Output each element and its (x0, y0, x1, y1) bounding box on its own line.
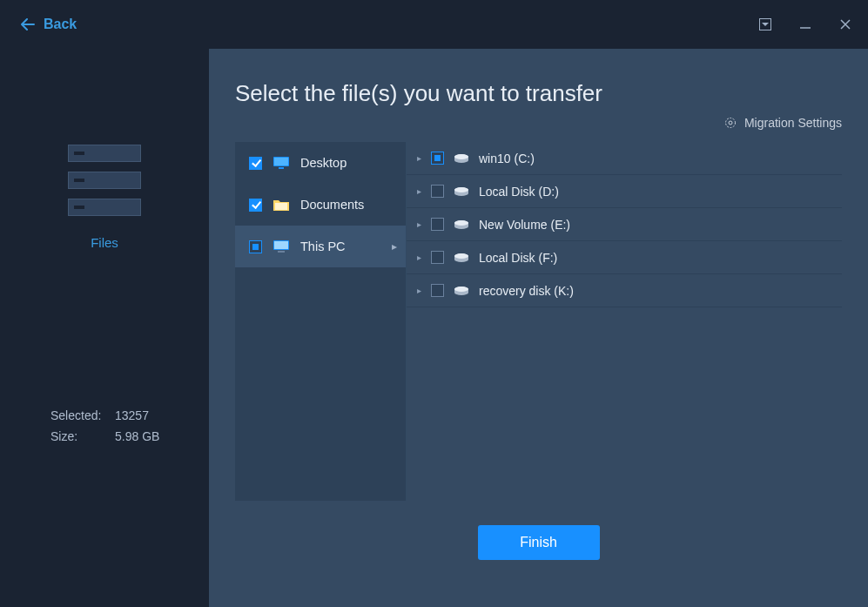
category-row-this-pc[interactable]: This PC▸ (235, 226, 406, 267)
categories-panel: DesktopDocumentsThis PC▸ (235, 142, 407, 501)
back-arrow-icon (21, 18, 35, 30)
expand-icon[interactable]: ▸ (415, 186, 422, 196)
drive-row[interactable]: ▸New Volume (E:) (407, 208, 842, 241)
category-row-desktop[interactable]: Desktop (235, 142, 406, 184)
expand-icon[interactable]: ▸ (415, 253, 422, 262)
checkbox[interactable] (431, 251, 444, 264)
chevron-right-icon: ▸ (392, 240, 397, 253)
svg-rect-9 (274, 241, 288, 249)
disk-icon (453, 185, 470, 199)
titlebar: Back (0, 0, 868, 49)
pc-icon (273, 239, 290, 253)
page-title: Select the file(s) you want to transfer (235, 80, 842, 107)
gear-icon (723, 116, 737, 130)
sidebar-label: Files (91, 235, 118, 250)
size-label: Size: (50, 429, 106, 443)
close-button[interactable] (833, 12, 858, 37)
minimize-button[interactable] (793, 12, 818, 37)
desktop-icon (273, 156, 290, 170)
selected-value: 13257 (115, 408, 149, 422)
migration-settings-button[interactable]: Migration Settings (235, 116, 842, 130)
files-icon (68, 145, 141, 216)
finish-button[interactable]: Finish (478, 525, 600, 560)
expand-icon[interactable]: ▸ (415, 286, 422, 295)
expand-icon[interactable]: ▸ (415, 153, 422, 163)
finish-label: Finish (520, 535, 557, 550)
panels: DesktopDocumentsThis PC▸ ▸win10 (C:)▸Loc… (235, 142, 842, 501)
checkbox[interactable] (249, 240, 262, 253)
back-button[interactable]: Back (21, 17, 77, 32)
disk-icon (453, 218, 470, 232)
svg-rect-10 (278, 251, 285, 253)
dropdown-button[interactable] (753, 12, 777, 37)
svg-rect-6 (279, 167, 284, 169)
checkbox[interactable] (249, 157, 262, 170)
stats: Selected: 13257 Size: 5.98 GB (0, 408, 209, 450)
migration-settings-label: Migration Settings (744, 116, 842, 130)
svg-point-16 (454, 220, 468, 226)
drive-row[interactable]: ▸recovery disk (K:) (407, 274, 842, 307)
folder-icon (273, 198, 290, 212)
svg-rect-7 (275, 203, 287, 210)
svg-point-12 (454, 154, 468, 159)
drive-row[interactable]: ▸win10 (C:) (407, 142, 842, 175)
footer: Finish (235, 525, 842, 560)
expand-icon[interactable]: ▸ (415, 219, 422, 229)
drive-row[interactable]: ▸Local Disk (F:) (407, 241, 842, 274)
checkbox[interactable] (431, 284, 444, 297)
svg-point-20 (454, 287, 468, 292)
main: Files Selected: 13257 Size: 5.98 GB Sele… (0, 49, 868, 607)
sidebar: Files Selected: 13257 Size: 5.98 GB (0, 49, 209, 607)
selected-label: Selected: (50, 408, 106, 422)
svg-point-2 (725, 118, 735, 128)
disk-icon (453, 284, 470, 298)
back-label: Back (44, 17, 77, 32)
drive-label: New Volume (E:) (479, 218, 570, 232)
svg-point-14 (454, 187, 468, 192)
checkbox[interactable] (431, 218, 444, 231)
drive-row[interactable]: ▸Local Disk (D:) (407, 175, 842, 208)
disk-icon (453, 251, 470, 265)
drive-label: Local Disk (D:) (479, 185, 559, 199)
disk-icon (453, 152, 470, 165)
category-label: Desktop (300, 156, 347, 170)
content: Select the file(s) you want to transfer … (209, 49, 868, 607)
size-value: 5.98 GB (115, 429, 159, 443)
svg-point-18 (454, 253, 468, 259)
drive-label: recovery disk (K:) (479, 284, 574, 298)
checkbox[interactable] (249, 199, 262, 212)
category-row-documents[interactable]: Documents (235, 184, 406, 226)
category-label: This PC (300, 239, 346, 253)
window-controls (753, 12, 858, 37)
drive-label: Local Disk (F:) (479, 251, 557, 265)
drives-panel: ▸win10 (C:)▸Local Disk (D:)▸New Volume (… (407, 142, 842, 501)
checkbox[interactable] (431, 152, 444, 165)
svg-rect-5 (274, 158, 288, 165)
drive-label: win10 (C:) (479, 152, 535, 165)
svg-point-3 (729, 121, 732, 125)
checkbox[interactable] (431, 185, 444, 198)
category-label: Documents (300, 198, 364, 212)
